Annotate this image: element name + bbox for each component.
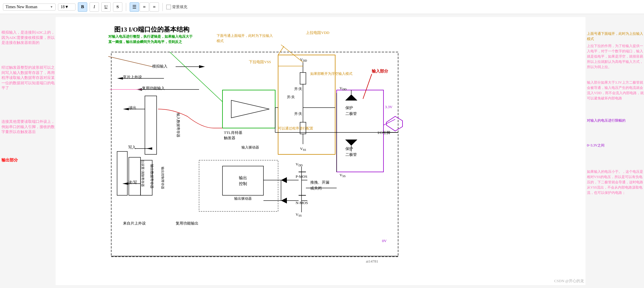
bg-fill-checkbox[interactable] — [166, 5, 171, 9]
svg-line-98 — [170, 52, 222, 102]
svg-rect-16 — [222, 90, 275, 128]
strikethrough-icon: S — [117, 4, 119, 9]
svg-text:二极管: 二极管 — [345, 152, 357, 157]
svg-marker-84 — [123, 108, 129, 110]
bg-fill-label-text: 背景填充 — [172, 4, 187, 10]
svg-text:TTL肖特基: TTL肖特基 — [224, 130, 242, 135]
svg-text:控制: 控制 — [239, 182, 247, 186]
svg-rect-10 — [129, 157, 141, 195]
svg-text:保护: 保护 — [345, 146, 353, 151]
svg-text:N-MOS: N-MOS — [296, 201, 308, 205]
svg-text:开/关: 开/关 — [294, 112, 302, 116]
svg-line-112 — [281, 45, 303, 62]
right-ann-1: 上面号通下面端开，此时为上拉输入模式 — [587, 31, 644, 42]
strikethrough-button[interactable]: S — [113, 2, 122, 12]
svg-text:位设置/清除寄存器: 位设置/清除寄存器 — [141, 160, 145, 187]
font-name-selector[interactable]: Times New Roman ▼ — [3, 4, 56, 11]
bold-icon: B — [81, 4, 84, 9]
svg-text:输入驱动器: 输入驱动器 — [242, 145, 259, 149]
underline-button[interactable]: U — [101, 2, 111, 12]
font-size-label: 18 — [61, 5, 65, 9]
svg-text:推挽、开漏: 推挽、开漏 — [310, 180, 329, 184]
svg-marker-78 — [117, 77, 123, 80]
right-ann-5: 0~3.3V之间 — [587, 143, 644, 148]
svg-text:输出: 输出 — [239, 176, 247, 180]
svg-text:来自片上外设: 来自片上外设 — [123, 221, 146, 225]
underline-icon: U — [105, 4, 108, 9]
bg-fill-option: 背景填充 — [166, 4, 187, 10]
csdn-watermark: CSDN @开心的龙 — [554, 278, 584, 284]
svg-marker-111 — [386, 116, 402, 131]
svg-text:输入部分: 输入部分 — [371, 69, 388, 73]
svg-rect-25 — [199, 160, 278, 211]
font-size-selector[interactable]: 18 ▼ — [58, 4, 76, 11]
italic-button[interactable]: I — [90, 2, 99, 12]
svg-text:可以通过程序进行配置: 可以通过程序进行配置 — [278, 126, 313, 130]
main-area: 模拟输入，是连接到ADC上的，因为ADC需要接收模拟量，所以是连接在触发器前面的… — [0, 14, 644, 288]
svg-text:保护: 保护 — [345, 106, 353, 110]
circuit-diagram: 图13 I/O端口位的基本结构 对输入电压进行整型，执行逻辑是，如果输入电压大于… — [56, 17, 585, 285]
svg-marker-17 — [231, 100, 269, 118]
svg-text:VSS: VSS — [296, 212, 302, 217]
svg-text:上拉电阻VDD: 上拉电阻VDD — [306, 30, 329, 35]
svg-marker-90 — [122, 182, 128, 185]
svg-rect-8 — [145, 96, 157, 154]
svg-text:模拟输入: 模拟输入 — [152, 64, 167, 68]
svg-text:触发器: 触发器 — [224, 136, 235, 140]
svg-text:3.3V: 3.3V — [385, 105, 393, 109]
svg-rect-39 — [278, 55, 335, 154]
right-ann-2: 上拉下拉的作用，为了给输入提供一入电平，对于一个数字的端口，输入就是低电平，如果… — [587, 43, 644, 70]
svg-marker-34 — [345, 140, 357, 146]
svg-marker-29 — [345, 94, 357, 100]
toolbar-divider-2 — [162, 3, 163, 11]
svg-marker-76 — [199, 65, 205, 68]
svg-rect-12 — [117, 151, 127, 195]
align-center-button[interactable]: ≡ — [140, 2, 149, 12]
right-ann-6: 如果输入的电压小于。，这个电压是相对VSS的电压，所以是可以有负电压的，下二极管… — [587, 169, 644, 195]
svg-text:VSS: VSS — [300, 146, 306, 151]
right-ann-3: 输入部分如果大于3.3V上方二极管就会被导通，输入电压产生的电流就会流入VDD，… — [587, 80, 644, 101]
svg-text:VDD: VDD — [300, 57, 307, 62]
font-name-chevron: ▼ — [50, 5, 53, 8]
svg-text:开/关: 开/关 — [287, 95, 295, 99]
svg-text:输出数据寄存器: 输出数据寄存器 — [150, 164, 154, 189]
svg-text:输出驱动器: 输出驱动器 — [234, 196, 252, 201]
left-ann-4: 输出部分 — [1, 157, 56, 163]
svg-rect-26 — [337, 90, 383, 172]
align-right-button[interactable]: ≡ — [150, 2, 159, 12]
svg-text:输出控制寄存器: 输出控制寄存器 — [161, 167, 165, 189]
svg-rect-21 — [222, 166, 263, 195]
bold-button[interactable]: B — [78, 2, 87, 12]
left-ann-3: 连接其他需要读取端口外设上，例如串口的输入引脚，接收的数字量所以在触发器后 — [1, 119, 56, 135]
toolbar-divider-1 — [126, 3, 126, 11]
svg-text:二极管: 二极管 — [345, 111, 357, 116]
font-size-chevron: ▼ — [65, 5, 69, 9]
toolbar: Times New Roman ▼ 18 ▼ B I U S ☰ ≡ ≡ 背景填… — [0, 0, 644, 14]
left-ann-2: 经过触发器整型的波形就可以之间写入输入数据寄存器了，再用程序读取输入数据寄存器对… — [1, 65, 56, 91]
svg-line-113 — [278, 46, 284, 55]
svg-line-95 — [363, 74, 372, 99]
align-group: ☰ ≡ ≡ — [130, 2, 159, 12]
italic-icon: I — [94, 4, 95, 9]
svg-text:VDD: VDD — [296, 162, 303, 167]
svg-text:0V: 0V — [382, 239, 387, 243]
svg-text:图13    I/O端口位的基本结构: 图13 I/O端口位的基本结构 — [114, 26, 189, 33]
svg-text:输入数据寄存器: 输入数据寄存器 — [176, 113, 180, 137]
page-canvas: 图13 I/O端口位的基本结构 对输入电压进行整型，执行逻辑是，如果输入电压大于… — [56, 17, 585, 285]
svg-text:下拉电阻VSS: 下拉电阻VSS — [249, 60, 271, 64]
svg-text:开/关: 开/关 — [294, 87, 302, 91]
svg-text:VSS: VSS — [340, 173, 346, 178]
align-left-button[interactable]: ☰ — [130, 2, 139, 12]
font-name-label: Times New Roman — [6, 5, 37, 9]
svg-rect-42 — [300, 73, 306, 84]
right-ann-4: 对输入的电压进行限幅的 — [587, 118, 644, 123]
watermark-text: ai14781 — [366, 259, 378, 263]
left-ann-1: 模拟输入，是连接到ADC上的，因为ADC需要接收模拟量，所以是连接在触发器前面的 — [1, 30, 56, 46]
svg-text:复用功能输出: 复用功能输出 — [176, 221, 198, 225]
